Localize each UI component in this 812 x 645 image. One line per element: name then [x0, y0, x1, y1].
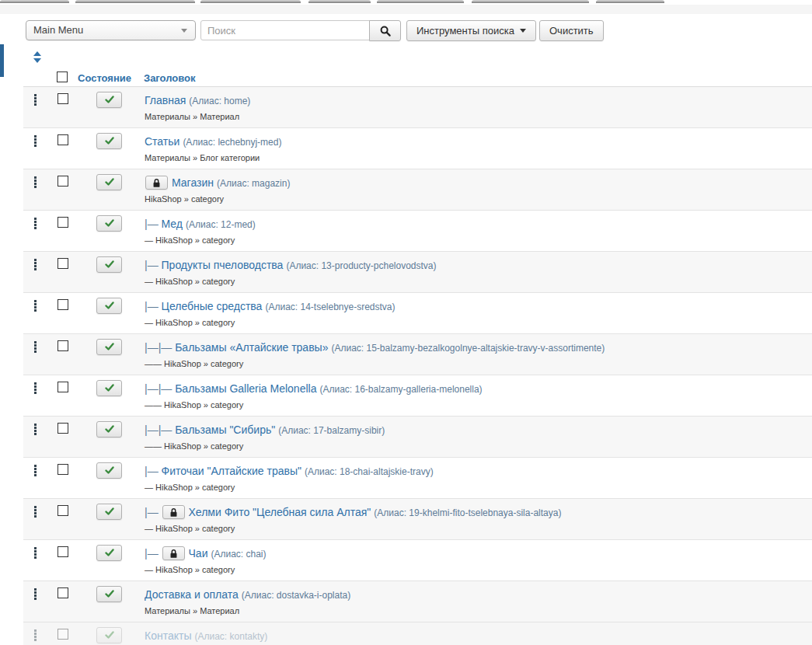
- row-checkbox[interactable]: [58, 93, 68, 104]
- menu-item-link[interactable]: Бальзамы «Алтайские травы»: [175, 341, 328, 354]
- drag-handle-icon[interactable]: [34, 341, 40, 353]
- table-row: Статьи(Алиас: lechebnyj-med) Материалы »…: [23, 128, 812, 169]
- drag-handle-icon[interactable]: [34, 94, 40, 106]
- publish-status-button[interactable]: [96, 462, 122, 479]
- lock-button[interactable]: [162, 546, 185, 560]
- publish-status-button[interactable]: [96, 586, 122, 602]
- table-row: Магазин(Алиас: magazin) HikaShop » categ…: [23, 169, 812, 211]
- publish-status-button[interactable]: [96, 339, 122, 355]
- drag-handle-icon[interactable]: [34, 506, 40, 518]
- drag-handle-icon[interactable]: [34, 629, 40, 641]
- menu-item-link[interactable]: Главная: [145, 94, 186, 106]
- menu-item-link[interactable]: Целебные средства: [162, 300, 263, 312]
- drag-handle-icon[interactable]: [34, 588, 40, 600]
- row-checkbox[interactable]: [58, 505, 68, 516]
- item-type-text: — HikaShop » category: [145, 235, 256, 246]
- menu-item-link[interactable]: Фиточаи "Алтайские травы": [162, 465, 301, 477]
- table-row: |—|— Бальзамы "Сибирь"(Алиас: 17-balzamy…: [23, 417, 812, 458]
- title-cell: |— Фиточаи "Алтайские травы"(Алиас: 18-c…: [145, 464, 434, 493]
- row-checkbox[interactable]: [58, 217, 68, 228]
- table-row: |— Целебные средства(Алиас: 14-tselebnye…: [23, 293, 812, 334]
- row-checkbox[interactable]: [58, 299, 68, 310]
- drag-handle-icon[interactable]: [34, 547, 40, 559]
- publish-status-button[interactable]: [96, 92, 122, 108]
- title-cell: |— Чаи(Алиас: chai) — HikaShop » categor…: [145, 546, 267, 575]
- drag-handle-icon[interactable]: [34, 300, 40, 312]
- indent-prefix: |—: [145, 506, 162, 518]
- publish-status-button[interactable]: [96, 298, 122, 314]
- table-row: |—|— Бальзамы Galleria Melonella(Алиас: …: [23, 375, 812, 417]
- menu-item-link[interactable]: Хелми Фито "Целебная сила Алтая": [189, 506, 371, 518]
- publish-status-button[interactable]: [96, 256, 122, 273]
- item-type-text: HikaShop » category: [145, 194, 290, 204]
- drag-handle-icon[interactable]: [34, 382, 40, 394]
- menu-item-link[interactable]: Бальзамы Galleria Melonella: [175, 382, 316, 395]
- indent-prefix: |—: [145, 218, 162, 230]
- publish-status-button[interactable]: [96, 215, 122, 232]
- select-all-checkbox[interactable]: [57, 71, 68, 82]
- drag-handle-icon[interactable]: [34, 135, 40, 147]
- item-type-text: —— HikaShop » category: [145, 441, 385, 452]
- row-checkbox[interactable]: [58, 340, 68, 351]
- toolbar-button-top: [75, 0, 195, 3]
- publish-status-button[interactable]: [96, 627, 122, 643]
- item-type-text: — HikaShop » category: [145, 483, 434, 493]
- table-row: |— Чаи(Алиас: chai) — HikaShop » categor…: [23, 540, 812, 581]
- row-checkbox[interactable]: [58, 176, 68, 187]
- menu-item-link[interactable]: Статьи: [145, 135, 179, 148]
- drag-handle-icon[interactable]: [34, 259, 40, 270]
- column-header-title[interactable]: Заголовок: [144, 72, 196, 84]
- toolbar-button-top: [308, 0, 371, 3]
- toolbar-button-top: [200, 0, 301, 3]
- drag-handle-icon[interactable]: [34, 176, 40, 188]
- ordering-sort-icon[interactable]: [33, 51, 41, 63]
- indent-prefix: |—|—: [145, 382, 175, 395]
- menu-item-link[interactable]: Мед: [162, 218, 183, 230]
- check-icon: [105, 343, 114, 351]
- menu-item-link[interactable]: Магазин: [172, 176, 214, 189]
- menu-item-link[interactable]: Продукты пчеловодства: [162, 259, 284, 271]
- publish-status-button[interactable]: [96, 545, 122, 561]
- publish-status-button[interactable]: [96, 133, 122, 149]
- menu-item-link[interactable]: Бальзамы "Сибирь": [175, 424, 275, 436]
- search-input[interactable]: [200, 20, 370, 40]
- publish-status-button[interactable]: [96, 174, 122, 190]
- item-type-text: — HikaShop » category: [145, 565, 267, 575]
- lock-button[interactable]: [145, 176, 168, 190]
- row-checkbox[interactable]: [58, 587, 68, 598]
- publish-status-button[interactable]: [96, 380, 122, 396]
- search-tools-label: Инструменты поиска: [416, 25, 514, 37]
- publish-status-button[interactable]: [96, 504, 122, 520]
- row-checkbox[interactable]: [58, 464, 68, 475]
- row-checkbox[interactable]: [58, 382, 68, 392]
- row-checkbox[interactable]: [58, 629, 68, 640]
- row-checkbox[interactable]: [58, 546, 68, 557]
- alias-text: (Алиас: 14-tselebnye-sredstva): [265, 302, 395, 312]
- alias-text: (Алиас: magazin): [217, 178, 290, 189]
- row-checkbox[interactable]: [58, 134, 68, 145]
- alias-text: (Алиас: lechebnyj-med): [183, 137, 281, 148]
- menu-type-select[interactable]: Main Menu: [26, 20, 196, 40]
- publish-status-button[interactable]: [96, 421, 122, 438]
- table-row: Главная(Алиас: home) Материалы » Материа…: [23, 87, 812, 128]
- menu-item-link[interactable]: Доставка и оплата: [145, 588, 239, 601]
- item-type-text: —— HikaShop » category: [145, 400, 483, 410]
- menu-item-link[interactable]: Контакты: [145, 629, 191, 642]
- drag-handle-icon[interactable]: [34, 424, 40, 435]
- table-row: Контакты(Алиас: kontakty): [23, 622, 812, 645]
- drag-handle-icon[interactable]: [34, 465, 40, 476]
- toolbar-band: [0, 5, 812, 14]
- search-button[interactable]: [369, 20, 401, 41]
- menu-item-link[interactable]: Чаи: [189, 547, 208, 560]
- search-tools-button[interactable]: Инструменты поиска: [406, 20, 536, 41]
- row-checkbox[interactable]: [58, 258, 68, 269]
- drag-handle-icon[interactable]: [34, 218, 40, 229]
- clear-button[interactable]: Очистить: [539, 20, 604, 41]
- column-header-status[interactable]: Состояние: [78, 72, 131, 84]
- row-checkbox[interactable]: [58, 423, 68, 434]
- check-icon: [105, 96, 114, 104]
- title-cell: |—|— Бальзамы Galleria Melonella(Алиас: …: [145, 382, 483, 410]
- alias-text: (Алиас: dostavka-i-oplata): [242, 590, 350, 601]
- lock-button[interactable]: [162, 505, 185, 519]
- lock-icon: [169, 507, 178, 518]
